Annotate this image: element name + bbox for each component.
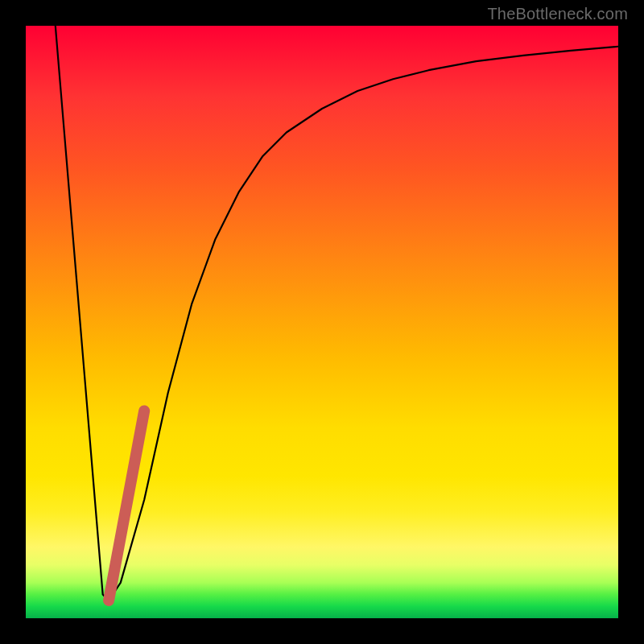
highlight-segment bbox=[109, 411, 144, 601]
watermark-text: TheBottleneck.com bbox=[487, 5, 628, 23]
plot-area bbox=[26, 26, 618, 618]
chart-svg bbox=[26, 26, 618, 618]
curve-line bbox=[56, 26, 618, 601]
chart-frame: TheBottleneck.com bbox=[0, 0, 644, 644]
